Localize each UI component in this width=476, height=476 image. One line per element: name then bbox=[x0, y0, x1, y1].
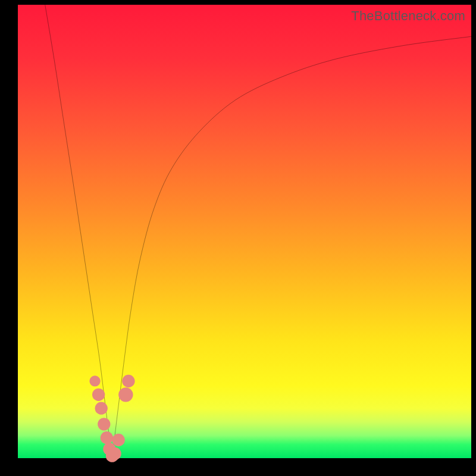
marker-point bbox=[108, 447, 121, 460]
marker-point bbox=[95, 402, 108, 415]
marker-point bbox=[101, 431, 113, 444]
right-branch-curve bbox=[112, 36, 471, 458]
marker-point bbox=[89, 375, 100, 386]
curve-group bbox=[45, 5, 471, 458]
markers-group bbox=[89, 375, 134, 462]
marker-point bbox=[118, 387, 133, 402]
chart-frame: TheBottleneck.com bbox=[0, 0, 476, 476]
plot-area: TheBottleneck.com bbox=[18, 5, 471, 458]
curve-layer bbox=[18, 5, 471, 458]
marker-point bbox=[92, 389, 105, 401]
marker-point bbox=[98, 418, 110, 430]
marker-point bbox=[122, 375, 134, 387]
marker-point bbox=[112, 434, 124, 446]
